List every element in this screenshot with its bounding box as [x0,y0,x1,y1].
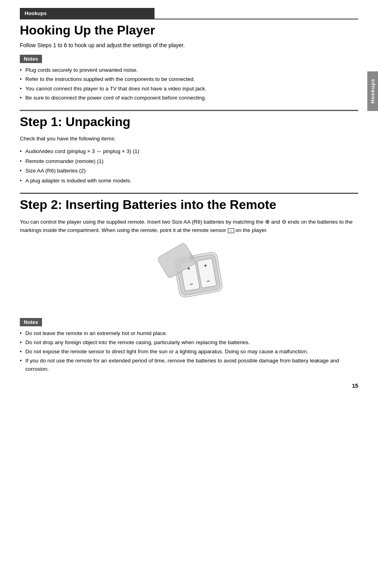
list-item: Refer to the instructions supplied with … [20,75,358,83]
list-item: Do not drop any foreign object into the … [20,339,358,347]
step2-intro: You can control the player using the sup… [20,218,358,235]
battery-illustration: + − + − [20,243,358,306]
list-item: If you do not use the remote for an exte… [20,357,358,373]
list-item: Audio/video cord (pinplug × 3 ↔ pinplug … [20,147,358,156]
sidebar-hookups-tab: Hookups [367,71,378,111]
list-item: A plug adapter is induded with some mode… [20,176,358,185]
step2-section: Step 2: Inserting Batteries into the Rem… [20,198,358,373]
notes-label-1: Notes [20,55,358,66]
battery-svg: + − + − [145,243,233,306]
step1-items-list: Audio/video cord (pinplug × 3 ↔ pinplug … [20,147,358,185]
notes-label-2: Notes [20,318,358,329]
list-item: You cannot connect this player to a TV t… [20,85,358,93]
step1-intro: Check that you have the following items: [20,134,358,143]
step1-section: Step 1: Unpacking Check that you have th… [20,115,358,185]
step1-divider [20,110,358,111]
list-item: Do not leave the remote in an extremely … [20,329,358,337]
notes-list-2: Do not leave the remote in an extremely … [20,329,358,373]
list-item: Size AA (R6) batteries (2) [20,167,358,175]
sensor-icon: □ [228,228,234,233]
list-item: Plug cords securely to prevent unwanted … [20,66,358,74]
page-number: 15 [352,383,358,389]
notes-list-1: Plug cords securely to prevent unwanted … [20,66,358,102]
page-title: Hooking Up the Player [20,23,358,37]
section-header: Hookups [20,8,155,19]
step2-title: Step 2: Inserting Batteries into the Rem… [20,198,358,212]
step2-divider [20,193,358,194]
step1-title: Step 1: Unpacking [20,115,358,129]
page-intro: Follow Steps 1 to 6 to hook up and adjus… [20,42,358,48]
list-item: Remote commander (remote) (1) [20,157,358,166]
top-rule [20,19,358,19]
list-item: Do not expose the remote sensor to direc… [20,348,358,356]
list-item: Be sure to disconnect the power cord of … [20,94,358,102]
